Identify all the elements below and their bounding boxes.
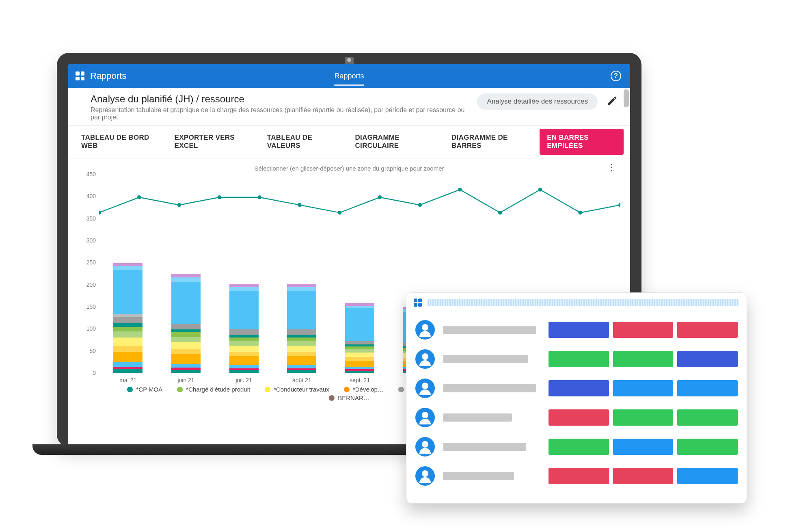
status-cell — [549, 409, 609, 426]
edit-button[interactable] — [607, 95, 618, 106]
bar-column[interactable] — [273, 284, 331, 373]
status-cell — [677, 409, 738, 426]
name-placeholder — [443, 472, 514, 480]
status-cell — [613, 409, 674, 426]
name-placeholder — [443, 384, 536, 392]
scrollbar[interactable] — [624, 89, 629, 107]
tab-2[interactable]: TABLEAU DE VALEURS — [258, 126, 346, 157]
camera-icon — [347, 58, 351, 62]
overlay-row[interactable] — [415, 403, 738, 432]
nav-tab-reports[interactable]: Rapports — [334, 64, 364, 88]
status-cell — [613, 439, 674, 455]
tab-5[interactable]: EN BARRES EMPILÉES — [540, 129, 624, 155]
overlay-header — [406, 293, 747, 311]
help-icon[interactable]: ? — [611, 71, 621, 81]
status-cell — [677, 380, 738, 396]
avatar-icon — [415, 466, 435, 486]
status-cell — [613, 380, 674, 396]
bar-column[interactable] — [331, 303, 389, 373]
bar-column[interactable] — [215, 284, 273, 373]
legend-item[interactable]: *CP MOA — [127, 386, 162, 393]
overlay-row[interactable] — [415, 432, 738, 461]
page-title: Analyse du planifié (JH) / ressource — [91, 93, 471, 105]
tab-4[interactable]: DIAGRAMME DE BARRES — [443, 126, 537, 157]
status-cell — [613, 468, 674, 484]
name-placeholder — [443, 326, 536, 334]
y-axis: 050100150200250300350400450 — [78, 174, 98, 373]
status-cell — [613, 322, 674, 338]
name-placeholder — [443, 443, 526, 451]
tab-1[interactable]: EXPORTER VERS EXCEL — [166, 126, 258, 157]
status-cell — [549, 322, 609, 338]
apps-icon[interactable] — [414, 299, 422, 307]
chart-hint: Sélectionner (en glisser-déposer) une zo… — [78, 163, 620, 174]
status-cell — [677, 439, 738, 455]
top-bar: Rapports Rapports ? — [68, 64, 630, 88]
legend-item[interactable]: *Conducteur travaux — [265, 386, 329, 393]
name-placeholder — [443, 413, 512, 422]
legend-item[interactable]: *Dévelop… — [344, 386, 384, 393]
status-cell — [549, 351, 609, 367]
legend-item[interactable]: *Chargé d'étude produit — [177, 386, 250, 393]
avatar-icon — [415, 320, 435, 340]
page-header: Analyse du planifié (JH) / ressource Rep… — [68, 88, 630, 126]
app-title: Rapports — [90, 71, 126, 81]
apps-icon[interactable] — [76, 71, 84, 80]
tab-3[interactable]: DIAGRAMME CIRCULAIRE — [346, 126, 443, 157]
view-tabs: TABLEAU DE BORD WEBEXPORTER VERS EXCELTA… — [68, 126, 630, 158]
overlay-panel — [406, 292, 747, 504]
detail-chip[interactable]: Analyse détaillée des ressources — [477, 93, 598, 110]
page-subtitle: Représentation tabulaire et graphique de… — [91, 106, 471, 121]
avatar-icon — [415, 408, 435, 427]
status-cell — [549, 439, 609, 455]
legend-item[interactable]: BERNAR… — [329, 394, 369, 401]
overlay-row[interactable] — [415, 461, 738, 491]
status-cell — [677, 322, 738, 338]
overlay-row[interactable] — [415, 344, 738, 374]
overlay-row[interactable] — [415, 374, 738, 403]
avatar-icon — [415, 437, 435, 457]
status-cell — [677, 351, 738, 367]
bar-column[interactable] — [99, 263, 157, 373]
status-cell — [613, 351, 674, 367]
overlay-title-placeholder — [428, 299, 739, 306]
status-cell — [549, 468, 609, 484]
avatar-icon — [415, 349, 435, 369]
status-cell — [549, 380, 609, 396]
overlay-row[interactable] — [415, 315, 738, 344]
overlay-rows — [406, 311, 747, 495]
tab-0[interactable]: TABLEAU DE BORD WEB — [72, 126, 166, 157]
bar-column[interactable] — [157, 274, 215, 373]
chart-menu-icon[interactable]: ⋮ — [607, 162, 616, 173]
status-cell — [677, 468, 738, 484]
name-placeholder — [443, 355, 528, 363]
avatar-icon — [415, 379, 435, 398]
